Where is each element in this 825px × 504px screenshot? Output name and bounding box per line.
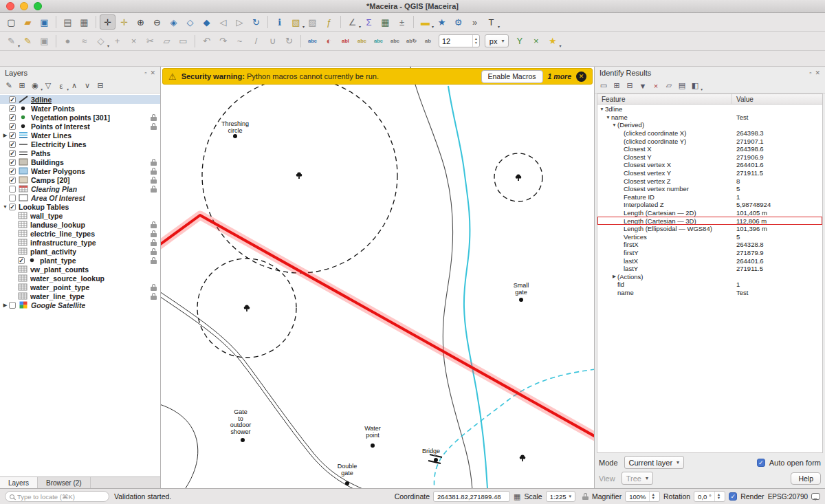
expander-icon[interactable]: ▶ (611, 274, 617, 279)
pan-map-icon[interactable]: ✛ (100, 14, 116, 30)
locate-input[interactable] (17, 493, 104, 501)
minimize-window-button[interactable] (20, 2, 28, 10)
identify-row[interactable]: Feature ID1 (597, 193, 822, 201)
identify-row[interactable]: Closest X264398.6 (597, 145, 822, 153)
identify-row[interactable]: Length (Cartesian — 2D)101,405 m (597, 209, 822, 217)
identify-row[interactable]: ▶(Actions) (597, 272, 822, 281)
identify-row[interactable]: Length (Cartesian — 3D)112,806 m (597, 217, 822, 225)
coordinate-field[interactable] (433, 491, 510, 502)
enable-macros-button[interactable]: Enable Macros (481, 70, 543, 83)
add-group-icon[interactable]: ⊞ (16, 80, 28, 92)
move-feature-icon[interactable]: + (109, 34, 125, 49)
add-point-feature-icon[interactable]: ● (60, 34, 76, 49)
refresh-map-icon[interactable]: ↻ (248, 14, 264, 30)
toggle-editing-icon[interactable]: ✎ (20, 34, 36, 49)
clear-results-icon[interactable]: × (650, 80, 662, 92)
layer-item-landuse-lookup[interactable]: landuse_lookup (0, 220, 160, 229)
float-panel-icon[interactable]: ▫ (809, 69, 811, 76)
layer-item-infrastructure-type[interactable]: infrastructure_type (0, 238, 160, 247)
remove-layer-icon[interactable]: ⊟ (94, 80, 107, 92)
identify-row[interactable]: Closest vertex X264401.6 (597, 161, 822, 169)
view-combo[interactable]: Tree ▾ (622, 472, 653, 485)
delete-selected-icon[interactable]: × (126, 34, 142, 49)
close-warning-icon[interactable]: ✕ (576, 72, 586, 82)
layer-visibility-checkbox[interactable]: ✓ (9, 150, 16, 157)
layer-item-electric-line-types[interactable]: electric_line_types (0, 229, 160, 238)
identify-row[interactable]: firstX264328.8 (597, 241, 822, 249)
reshape-features-icon[interactable]: ~ (232, 34, 248, 49)
layer-item-plant-activity[interactable]: plant_activity (0, 247, 160, 256)
identify-row[interactable]: Interpolated Z5,98748924 (597, 201, 822, 209)
copy-feature-icon[interactable]: ▱ (663, 80, 675, 92)
label-font-size-input[interactable] (439, 37, 472, 45)
layer-item-clearing-plan[interactable]: Clearing Plan (0, 184, 160, 193)
layer-item-water-points[interactable]: ✓Water Points (0, 104, 160, 113)
redo-icon[interactable]: ↷ (215, 34, 231, 49)
rotate-label-icon[interactable]: ab↻ (404, 34, 419, 49)
help-button[interactable]: Help (791, 472, 821, 485)
magnifier-spinbox[interactable]: 100% ▲▼ (625, 491, 660, 502)
layer-visibility-checkbox[interactable]: ✓ (18, 257, 25, 264)
coordinate-input[interactable] (437, 493, 506, 501)
layer-item-buildings[interactable]: ✓Buildings (0, 157, 160, 166)
select-features-icon[interactable]: ▧▾ (288, 14, 304, 30)
zoom-last-icon[interactable]: ◁ (215, 14, 231, 30)
pin-labels-icon[interactable]: abc (354, 34, 370, 49)
expander-icon[interactable]: ▼ (611, 122, 617, 127)
expand-new-results-icon[interactable]: ▼ (637, 80, 649, 92)
layer-item-camps-20-[interactable]: ✓Camps [20] (0, 175, 160, 184)
identify-row[interactable]: nameTest (597, 289, 822, 297)
expander-icon[interactable]: ▶ (1, 133, 9, 138)
scale-combo[interactable]: 1:225 ▾ (546, 491, 575, 502)
cut-features-icon[interactable]: ✂ (142, 34, 158, 49)
float-panel-icon[interactable]: ▫ (144, 69, 146, 76)
save-project-icon[interactable]: ▣ (36, 14, 52, 30)
collapse-all-icon[interactable]: ∨ (81, 80, 94, 92)
zoom-to-selection-icon[interactable]: ◇ (182, 14, 198, 30)
extent-icon[interactable]: ▦ (514, 493, 520, 501)
layer-visibility-checkbox[interactable] (9, 186, 16, 193)
identify-row[interactable]: ▼nameTest (597, 113, 822, 122)
spin-buttons[interactable]: ▲▼ (714, 492, 721, 501)
open-project-icon[interactable]: ▰ (20, 14, 36, 30)
zoom-in-icon[interactable]: ⊕ (133, 14, 148, 30)
spin-buttons[interactable]: ▲▼ (649, 492, 656, 501)
identify-row[interactable]: fid1 (597, 281, 822, 289)
layer-item-water-source-lookup[interactable]: water_source_lookup (0, 274, 160, 283)
layer-item-paths[interactable]: ✓Paths (0, 149, 160, 157)
print-results-icon[interactable]: ▤ (676, 80, 688, 92)
current-edits-icon[interactable]: ✎▾ (3, 34, 19, 49)
layer-item-water-polygons[interactable]: ✓Water Polygons (0, 166, 160, 175)
mode-combo[interactable]: Current layer ▾ (624, 456, 685, 469)
layer-visibility-checkbox[interactable]: ✓ (9, 123, 16, 130)
map-tips-icon[interactable]: ▬▾ (417, 14, 433, 30)
layer-item-points-of-interest[interactable]: ✓Points of Interest (0, 122, 160, 131)
identify-row[interactable]: Closest vertex number5 (597, 185, 822, 193)
new-print-layout-icon[interactable]: ▤ (60, 14, 76, 30)
layer-visibility-checkbox[interactable]: ✓ (9, 177, 16, 184)
expander-icon[interactable]: ▼ (599, 107, 605, 111)
identify-row[interactable]: firstY271879.9 (597, 249, 822, 257)
map-canvas[interactable]: ThreshingcircleSmallgateGatetooutdoorsho… (161, 67, 594, 488)
tab-layers[interactable]: Layers (0, 477, 38, 488)
render-checkbox[interactable]: ✓ (729, 492, 737, 501)
open-layer-styling-icon[interactable]: ✎ (3, 80, 15, 92)
identify-row[interactable]: Closest vertex Y271911.5 (597, 169, 822, 177)
expand-tree-icon[interactable]: ⊞ (610, 80, 623, 92)
collapse-tree-icon[interactable]: ⊟ (624, 80, 636, 92)
processing-toolbox-icon[interactable]: ⚙ (450, 14, 466, 30)
split-features-icon[interactable]: / (248, 34, 264, 49)
close-panel-icon[interactable]: ✕ (150, 69, 155, 76)
move-label-icon[interactable]: abc (387, 34, 403, 49)
layer-visibility-checkbox[interactable]: ✓ (9, 141, 16, 148)
layer-visibility-checkbox[interactable] (9, 195, 16, 201)
label-unit-combo[interactable]: px ▾ (485, 34, 509, 47)
identify-row[interactable]: lastX264401.6 (597, 256, 822, 265)
identify-row[interactable]: Vertices5 (597, 233, 822, 241)
rotation-spinbox[interactable]: 0,0 ° ▲▼ (694, 491, 725, 502)
layer-item-lookup-tables[interactable]: ▼✓Lookup Tables (0, 202, 160, 211)
identify-row[interactable]: Closest Y271906.9 (597, 153, 822, 162)
identify-row[interactable]: Closest vertex Z8 (597, 177, 822, 185)
filter-legend-icon[interactable]: ▽ (42, 80, 54, 92)
filter-by-expression-icon[interactable]: ε▾ (55, 80, 67, 92)
